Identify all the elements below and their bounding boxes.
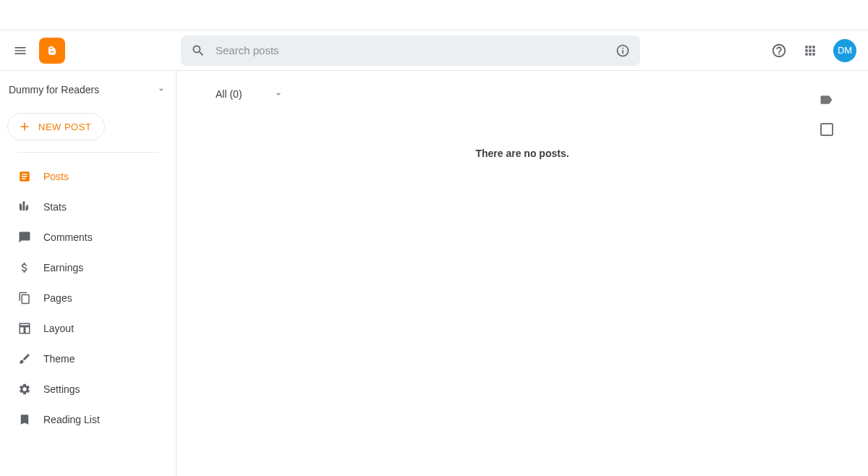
body-container: Dummy for Readers NEW POST Posts Stats C… (0, 71, 868, 476)
sidebar-item-label: Comments (43, 231, 93, 243)
sidebar-item-label: Earnings (43, 262, 83, 273)
search-input[interactable] (216, 44, 616, 56)
bookmark-icon (17, 412, 32, 427)
new-post-label: NEW POST (38, 122, 91, 132)
earnings-icon (17, 260, 32, 275)
main-content: All (0) There are no posts. (176, 71, 868, 476)
sidebar-item-pages[interactable]: Pages (0, 283, 176, 313)
info-icon[interactable] (616, 43, 630, 58)
posts-icon (17, 169, 32, 184)
sidebar-item-reading-list[interactable]: Reading List (0, 404, 176, 435)
filter-bar: All (0) (205, 88, 839, 100)
chevron-down-icon (156, 84, 167, 95)
filter-dropdown[interactable]: All (0) (205, 88, 284, 100)
apps-icon[interactable] (803, 43, 817, 58)
sidebar-item-label: Layout (43, 323, 74, 334)
sidebar-item-label: Theme (43, 353, 75, 365)
avatar[interactable]: DM (833, 39, 856, 62)
settings-icon (17, 382, 32, 396)
sidebar-item-earnings[interactable]: Earnings (0, 252, 176, 283)
sidebar-item-label: Reading List (43, 414, 100, 425)
help-icon[interactable] (771, 43, 787, 59)
sidebar-item-label: Settings (43, 383, 80, 395)
top-spacer (0, 0, 868, 30)
comments-icon (17, 230, 32, 245)
chevron-down-icon (273, 88, 284, 100)
search-icon (191, 43, 205, 58)
select-all-checkbox[interactable] (820, 123, 833, 136)
filter-label: All (0) (216, 88, 242, 100)
sidebar-item-layout[interactable]: Layout (0, 313, 176, 344)
menu-icon (13, 43, 27, 58)
sidebar-item-label: Posts (43, 171, 69, 182)
sidebar-item-label: Pages (43, 292, 72, 304)
sidebar-item-comments[interactable]: Comments (0, 222, 176, 252)
blogger-icon (44, 43, 60, 59)
sidebar-item-stats[interactable]: Stats (0, 192, 176, 222)
layout-icon (17, 321, 32, 336)
blogger-logo[interactable] (39, 38, 65, 64)
search-container (181, 35, 640, 66)
blog-selector-title: Dummy for Readers (9, 84, 156, 95)
sidebar-item-settings[interactable]: Settings (0, 374, 176, 404)
blog-selector[interactable]: Dummy for Readers (0, 71, 176, 109)
hamburger-menu-button[interactable] (12, 42, 29, 59)
header-actions: DM (771, 39, 856, 62)
theme-icon (17, 352, 32, 366)
sidebar-item-theme[interactable]: Theme (0, 344, 176, 374)
stats-icon (17, 200, 32, 214)
label-icon[interactable] (819, 93, 833, 107)
sidebar-item-label: Stats (43, 201, 67, 213)
plus-icon (18, 120, 31, 133)
empty-state-message: There are no posts. (205, 148, 839, 159)
sidebar-divider (17, 152, 158, 153)
pages-icon (17, 291, 32, 305)
header: DM (0, 30, 868, 71)
sidebar-item-posts[interactable]: Posts (0, 161, 176, 192)
new-post-button[interactable]: NEW POST (7, 113, 105, 140)
sidebar: Dummy for Readers NEW POST Posts Stats C… (0, 71, 176, 476)
